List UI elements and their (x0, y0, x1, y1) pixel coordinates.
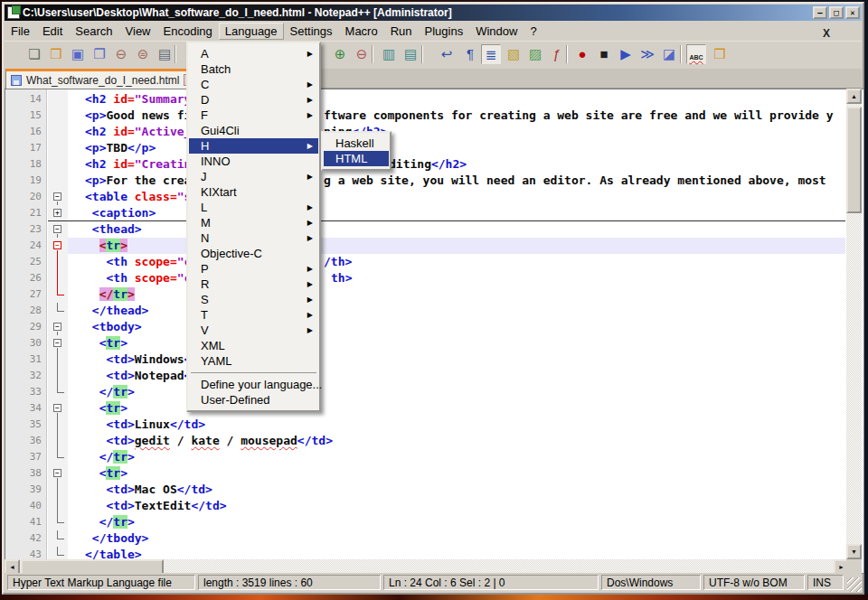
editor-line-18[interactable]: 18<h2 id="Creatingditing</h2> (5, 156, 863, 173)
minimize-button[interactable]: – (813, 6, 827, 19)
language-menu-item-f[interactable]: F▶ (189, 108, 318, 123)
function-list-icon[interactable]: ƒ (547, 44, 567, 64)
editor-line-39[interactable]: 39 <td>Mac OS</td> (5, 482, 863, 498)
editor-line-31[interactable]: 31 <td>Windows</td> (5, 352, 863, 368)
stop-macro-icon[interactable]: ■ (594, 44, 614, 64)
show-white-space-icon[interactable]: ¶ (460, 44, 480, 64)
language-submenu-item-haskell[interactable]: Haskell (324, 136, 389, 151)
vertical-scrollbar[interactable]: ▲ ▼ (846, 89, 862, 559)
editor-line-29[interactable]: 29− <tbody> (5, 319, 863, 335)
word-wrap-icon[interactable]: ↩ (437, 44, 457, 64)
editor-line-38[interactable]: 38− <tr> (5, 465, 863, 482)
language-menu-item-m[interactable]: M▶ (189, 215, 318, 230)
sync-horizontal-icon[interactable]: ▤ (401, 44, 420, 64)
scroll-up-arrow[interactable]: ▲ (846, 89, 862, 104)
save-file-icon[interactable]: ▣ (68, 44, 88, 64)
language-menu-item-p[interactable]: P▶ (189, 261, 318, 277)
status-insert-mode[interactable]: INS (807, 575, 844, 590)
editor-line-35[interactable]: 35 <td>Linux</td> (5, 417, 863, 433)
editor-line-36[interactable]: 36 <td>gedit / kate / mousepad</td> (5, 433, 863, 449)
language-menu-item-h[interactable]: H▶ (189, 138, 318, 154)
print-icon[interactable]: ▤ (155, 44, 175, 64)
editor-line-40[interactable]: 40 <td>TextEdit</td> (5, 498, 863, 514)
fold-collapse-icon[interactable]: − (53, 404, 61, 412)
menubar-item-settings[interactable]: Settings (284, 23, 339, 40)
resize-grip[interactable] (847, 577, 862, 592)
open-file-icon[interactable]: ❒ (46, 44, 66, 64)
menubar-item-language[interactable]: Language (219, 23, 284, 40)
editor-line-25[interactable]: 25 <th scope="co/th> (5, 254, 863, 270)
run-macro-multiple-icon[interactable]: ≫ (637, 44, 657, 64)
editor-line-34[interactable]: 34− <tr> (5, 400, 863, 417)
zoom-in-icon[interactable]: ⊕ (330, 44, 350, 64)
fold-collapse-icon[interactable]: − (53, 469, 61, 477)
editor-line-33[interactable]: 33 </tr> (5, 384, 863, 400)
fold-collapse-icon[interactable]: − (53, 225, 61, 233)
editor-line-37[interactable]: 37 </tr> (5, 449, 863, 465)
fold-expand-icon[interactable]: + (53, 209, 61, 217)
sync-vertical-icon[interactable]: ▥ (379, 44, 399, 64)
play-macro-icon[interactable]: ▶ (616, 44, 636, 64)
editor-line-14[interactable]: 14<h2 id="Summary">Summary</h2> (5, 91, 863, 108)
show-all-chars-icon[interactable]: ≣ (481, 44, 501, 64)
language-menu-item-inno[interactable]: INNO (189, 154, 318, 169)
status-eol-format[interactable]: Dos\Windows (601, 575, 701, 590)
scroll-down-arrow[interactable]: ▼ (846, 544, 862, 559)
language-menu-item-d[interactable]: D▶ (189, 92, 318, 108)
menubar-item-edit[interactable]: Edit (36, 23, 69, 40)
editor-line-27[interactable]: 27 </tr> (5, 286, 863, 303)
user-define-dialog-icon[interactable]: ▧ (504, 44, 524, 64)
menubar-item-plugins[interactable]: Plugins (419, 23, 470, 40)
language-menu-item-s[interactable]: S▶ (189, 292, 318, 307)
editor-line-21[interactable]: 21+ <caption> (5, 205, 863, 221)
menubar-item-macro[interactable]: Macro (339, 23, 384, 40)
tab-active-document[interactable]: What_software_do_I_need.html x (5, 69, 201, 89)
language-menu-item-t[interactable]: T▶ (189, 307, 318, 323)
menubar-close-doc-button[interactable]: X (823, 27, 830, 40)
menubar-item-run[interactable]: Run (384, 23, 419, 40)
editor-line-42[interactable]: 42 </tbody> (5, 530, 863, 547)
language-menu-item-n[interactable]: N▶ (189, 230, 318, 246)
record-macro-icon[interactable]: ● (572, 44, 592, 64)
editor-line-20[interactable]: 20−<table class="st (5, 189, 863, 205)
editor-line-15[interactable]: 15<p>Good news firftware components for … (5, 108, 863, 124)
language-menu-item-r[interactable]: R▶ (189, 277, 318, 292)
close-button[interactable]: ✕ (845, 6, 860, 19)
editor-line-32[interactable]: 32 <td>Notepad</td> (5, 368, 863, 384)
title-bar[interactable]: C:\Users\user\Desktop\What_software_do_I… (5, 5, 862, 21)
fold-collapse-icon[interactable]: − (53, 339, 61, 347)
save-all-icon[interactable]: ❐ (90, 44, 109, 64)
close-file-icon[interactable]: ⊖ (111, 44, 131, 64)
save-macro-icon[interactable]: ◪ (659, 44, 679, 64)
menubar-item-file[interactable]: File (5, 23, 36, 40)
vertical-scroll-thumb[interactable] (846, 107, 862, 213)
language-menu-item-define-your-language-[interactable]: Define your language... (189, 377, 318, 392)
close-all-icon[interactable]: ⊜ (133, 44, 153, 64)
editor-line-24[interactable]: 24− <tr> (5, 238, 863, 254)
editor-line-17[interactable]: 17<p>TBD</p> (5, 140, 863, 156)
editor-line-28[interactable]: 28 </thead> (5, 303, 863, 319)
language-menu-item-batch[interactable]: Batch (189, 61, 318, 77)
language-menu-item-a[interactable]: A▶ (189, 46, 318, 61)
language-menu-item-l[interactable]: L▶ (189, 200, 318, 215)
language-menu-item-v[interactable]: V▶ (189, 323, 318, 338)
menubar-item-[interactable]: ? (524, 23, 542, 40)
language-submenu-item-html[interactable]: HTML (324, 151, 389, 166)
menubar-item-search[interactable]: Search (69, 23, 118, 40)
document-map-icon[interactable]: ▨ (525, 44, 545, 64)
fold-collapse-icon[interactable]: − (53, 192, 61, 201)
editor-line-23[interactable]: 23− <thead> (5, 221, 863, 238)
fold-collapse-icon[interactable]: − (53, 323, 61, 331)
status-encoding[interactable]: UTF-8 w/o BOM (703, 575, 805, 590)
new-file-icon[interactable]: ❏ (24, 44, 44, 64)
editor-line-41[interactable]: 41 </tr> (5, 514, 863, 530)
editor-line-30[interactable]: 30− <tr> (5, 335, 863, 352)
language-menu-item-user-defined[interactable]: User-Defined (189, 392, 318, 408)
language-menu-item-gui4cli[interactable]: Gui4Cli (189, 123, 318, 138)
menubar-item-encoding[interactable]: Encoding (157, 23, 219, 40)
language-menu-item-xml[interactable]: XML (189, 338, 318, 353)
fold-collapse-icon[interactable]: − (53, 241, 61, 249)
language-menu-item-yaml[interactable]: YAML (189, 353, 318, 369)
maximize-button[interactable]: □ (829, 6, 844, 19)
zoom-out-icon[interactable]: ⊖ (352, 44, 372, 64)
